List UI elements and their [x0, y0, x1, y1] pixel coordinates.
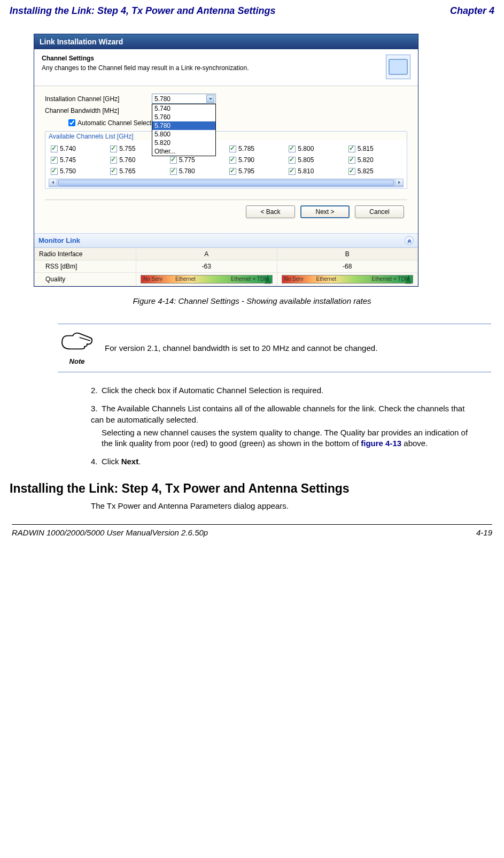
qbar-lbl: No Serv	[143, 276, 162, 282]
install-channel-combo[interactable]: 5.780	[152, 94, 216, 104]
channel-checkbox[interactable]: 5.750	[49, 166, 106, 177]
channel-checkbox-input[interactable]	[110, 157, 117, 164]
channel-checkbox[interactable]: 5.745	[49, 155, 106, 165]
channel-checkbox[interactable]: 5.820	[346, 155, 404, 165]
install-channel-value: 5.780	[154, 95, 170, 103]
channel-value: 5.740	[60, 145, 76, 152]
dropdown-option[interactable]: 5.780	[152, 121, 215, 130]
channel-checkbox-input[interactable]	[229, 168, 236, 175]
dropdown-option[interactable]: Other...	[152, 147, 215, 156]
embedded-screenshot: Link Installation Wizard Channel Setting…	[34, 34, 418, 287]
window-titlebar: Link Installation Wizard	[34, 34, 418, 49]
dropdown-option[interactable]: 5.760	[152, 113, 215, 121]
channel-checkbox-input[interactable]	[289, 157, 296, 164]
next-button[interactable]: Next >	[300, 205, 350, 218]
rss-b: -68	[277, 261, 418, 273]
step-3: 3.The Available Channels List contains a…	[91, 403, 478, 449]
channel-value: 5.805	[298, 156, 314, 164]
auto-channel-checkbox[interactable]	[68, 119, 75, 126]
channel-checkbox[interactable]: 5.800	[286, 143, 344, 154]
section-heading: Installing the Link: Step 4, Tx Power an…	[10, 481, 494, 496]
monitor-link-header[interactable]: Monitor Link	[34, 233, 418, 248]
scroll-right-icon[interactable]	[395, 179, 404, 186]
channel-value: 5.785	[238, 145, 254, 152]
channel-checkbox-input[interactable]	[170, 168, 177, 175]
available-channels-label: Available Channels List [GHz]	[45, 131, 407, 140]
channel-checkbox-input[interactable]	[110, 145, 117, 152]
channels-scrollbar[interactable]	[49, 179, 404, 187]
channel-checkbox[interactable]: 5.785	[227, 143, 284, 154]
channel-checkbox-input[interactable]	[110, 168, 117, 175]
channel-checkbox-input[interactable]	[348, 168, 355, 175]
quality-indicator-icon	[265, 274, 271, 284]
channel-checkbox[interactable]: 5.825	[346, 166, 404, 177]
channel-value: 5.800	[298, 145, 314, 152]
channel-checkbox[interactable]: 5.810	[286, 166, 344, 177]
step-3-text: The Available Channels List contains all…	[91, 404, 464, 424]
channel-checkbox-input[interactable]	[229, 157, 236, 164]
quality-label: Quality	[35, 273, 136, 286]
channel-value: 5.745	[60, 156, 76, 164]
header-right: Chapter 4	[450, 5, 494, 17]
step-4: 4.Click Next.	[91, 456, 478, 467]
wizard-banner: Channel Settings Any changes to the Chan…	[34, 49, 418, 86]
channel-checkbox-input[interactable]	[51, 168, 58, 175]
channel-value: 5.780	[179, 167, 195, 175]
channel-checkbox[interactable]: 5.780	[168, 166, 225, 177]
available-channels-group: 5.7405.7555.7705.7855.8005.8155.7455.760…	[45, 140, 407, 189]
figure-caption: Figure 4-14: Channel Settings - Showing …	[10, 296, 494, 305]
quality-bar-b: No Serv Ethernet Ethernet + TDM	[282, 275, 414, 284]
channel-checkbox-input[interactable]	[289, 145, 296, 152]
dropdown-option[interactable]: 5.800	[152, 130, 215, 139]
dropdown-option[interactable]: 5.820	[152, 139, 215, 147]
channel-checkbox-input[interactable]	[289, 168, 296, 175]
figure-reference[interactable]: figure 4-13	[361, 439, 401, 448]
auto-channel-label: Automatic Channel Selection	[77, 119, 160, 127]
banner-title: Channel Settings	[42, 55, 249, 62]
step-4-post: .	[138, 457, 141, 466]
channel-checkbox[interactable]: 5.765	[108, 166, 165, 177]
step-4-pre: Click	[102, 457, 121, 466]
page-header: Installing the Link: Step 4, Tx Power an…	[10, 5, 494, 17]
install-channel-dropdown[interactable]: 5.7405.7605.7805.8005.820Other...	[152, 104, 216, 156]
channel-checkbox-input[interactable]	[348, 157, 355, 164]
section-body: The Tx Power and Antenna Parameters dial…	[91, 501, 494, 510]
channel-checkbox[interactable]: 5.775	[168, 155, 225, 165]
channel-checkbox-input[interactable]	[348, 145, 355, 152]
channel-checkbox-input[interactable]	[51, 157, 58, 164]
back-button[interactable]: < Back	[246, 205, 295, 218]
channel-value: 5.760	[119, 156, 135, 164]
scroll-left-icon[interactable]	[49, 179, 57, 186]
footer-right: 4-19	[476, 528, 492, 537]
step-3b-post: above.	[401, 439, 428, 448]
rss-label: RSS [dBm]	[35, 261, 136, 273]
channel-checkbox[interactable]: 5.760	[108, 155, 165, 165]
channel-checkbox-input[interactable]	[170, 157, 177, 164]
channel-checkbox[interactable]: 5.805	[286, 155, 344, 165]
footer-rule	[12, 524, 492, 525]
cancel-button[interactable]: Cancel	[355, 205, 404, 218]
channel-checkbox-input[interactable]	[51, 145, 58, 152]
wizard-window: Link Installation Wizard Channel Setting…	[34, 34, 418, 287]
channel-value: 5.765	[119, 167, 135, 175]
note-block: Note For version 2.1, channel bandwidth …	[58, 324, 491, 372]
quality-b: No Serv Ethernet Ethernet + TDM	[277, 273, 418, 286]
qbar-lbl: Ethernet + TDM	[371, 276, 409, 282]
dropdown-option[interactable]: 5.740	[152, 104, 215, 113]
channel-checkbox[interactable]: 5.790	[227, 155, 284, 165]
channel-value: 5.795	[238, 167, 254, 175]
collapse-icon[interactable]	[405, 236, 414, 245]
channel-checkbox-input[interactable]	[229, 145, 236, 152]
numbered-steps: 2.Click the check box if Automatic Chann…	[91, 385, 478, 468]
quality-bar-a: No Serv Ethernet Ethernet + TDM	[141, 275, 273, 284]
channel-checkbox[interactable]: 5.815	[346, 143, 404, 154]
chevron-down-icon[interactable]	[206, 95, 214, 103]
scroll-thumb[interactable]	[58, 180, 394, 186]
step-2-text: Click the check box if Automatic Channel…	[102, 386, 323, 395]
channel-checkbox[interactable]: 5.795	[227, 166, 284, 177]
mon-hd-1: A	[136, 248, 277, 261]
step-2: 2.Click the check box if Automatic Chann…	[91, 385, 478, 396]
label-install-channel: Installation Channel [GHz]	[45, 95, 152, 103]
qbar-lbl: No Serv	[284, 276, 304, 282]
channel-checkbox[interactable]: 5.740	[49, 143, 106, 154]
